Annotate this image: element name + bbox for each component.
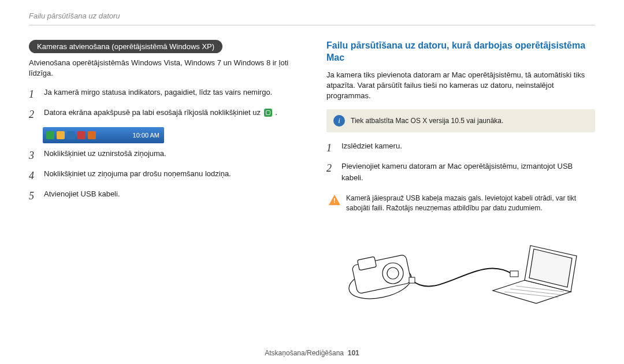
step-text-span: Datora ekrāna apakšpusē pa labi esošajā … [44,108,261,117]
warning-text: Kamerā jāiesprauž USB kabeļa mazais gals… [346,194,593,213]
note-text: Tiek atbalstīta Mac OS X versija 10.5 va… [351,117,503,125]
step-text: Pievienojiet kameru datoram ar Mac operē… [341,161,595,183]
section-title: Failu pārsūtīšana uz datoru, kurā darboj… [326,40,595,64]
footer-section: Atskaņošana/Rediģēšana [265,349,344,357]
step-3: 3 Noklikšķiniet uz uznirstošā ziņojuma. [29,148,298,164]
right-column: Failu pārsūtīšana uz datoru, kurā darboj… [326,40,595,343]
taskbar-clock: 10:00 AM [133,132,161,139]
step-text: Noklikšķiniet uz uznirstošā ziņojuma. [44,148,298,159]
windows-taskbar: 10:00 AM [43,127,164,143]
step-number: 3 [29,148,37,164]
tray-safely-remove-icon [46,131,54,139]
note-box: i Tiek atbalstīta Mac OS X versija 10.5 … [326,109,595,132]
tray-status-icon [88,131,96,139]
step-4: 4 Noklikšķiniet uz ziņojuma par drošu no… [29,168,298,184]
step-1: 1 Izslēdziet kameru. [326,140,595,156]
step-number: 2 [326,161,335,176]
step-5: 5 Atvienojiet USB kabeli. [29,188,298,204]
step-number: 5 [29,188,37,204]
svg-rect-6 [510,271,518,277]
tray-network-icon [67,131,75,139]
step-2: 2 Pievienojiet kameru datoram ar Mac ope… [326,161,595,183]
warning-icon [329,194,340,213]
camera-laptop-illustration [326,228,595,309]
step-text: Izslēdziet kameru. [341,140,595,152]
subsection-pill: Kameras atvienošana (operētājsistēmā Win… [29,40,222,53]
safely-remove-icon [264,109,272,117]
page-footer: Atskaņošana/Rediģēšana 101 [29,343,595,364]
left-column: Kameras atvienošana (operētājsistēmā Win… [29,40,298,343]
step-1: 1 Ja kamerā mirgo statusa indikators, pa… [29,87,298,102]
info-icon: i [333,115,345,127]
tray-shield-icon [57,131,65,139]
warning-box: Kamerā jāiesprauž USB kabeļa mazais gals… [326,189,595,218]
step-number: 4 [29,168,37,184]
tray-volume-icon [77,131,86,139]
svg-rect-5 [409,277,415,283]
step-number: 1 [29,87,37,102]
step-text: Datora ekrāna apakšpusē pa labi esošajā … [44,107,298,118]
breadcrumb: Failu pārsūtīšana uz datoru [29,12,595,25]
svg-point-3 [387,268,399,279]
intro-text: Atvienošana operētājsistēmās Windows Vis… [29,58,298,79]
step-number: 2 [29,107,37,122]
illustration-svg [340,228,582,309]
step-number: 1 [326,140,335,156]
step-text: Atvienojiet USB kabeli. [44,188,298,200]
step-text: Ja kamerā mirgo statusa indikators, paga… [44,87,298,98]
step-text: Noklikšķiniet uz ziņojuma par drošu noņe… [44,168,298,180]
intro-text: Ja kamera tiks pievienota datoram ar Mac… [326,70,595,102]
step-2: 2 Datora ekrāna apakšpusē pa labi esošaj… [29,107,298,122]
page-number: 101 [348,349,359,357]
